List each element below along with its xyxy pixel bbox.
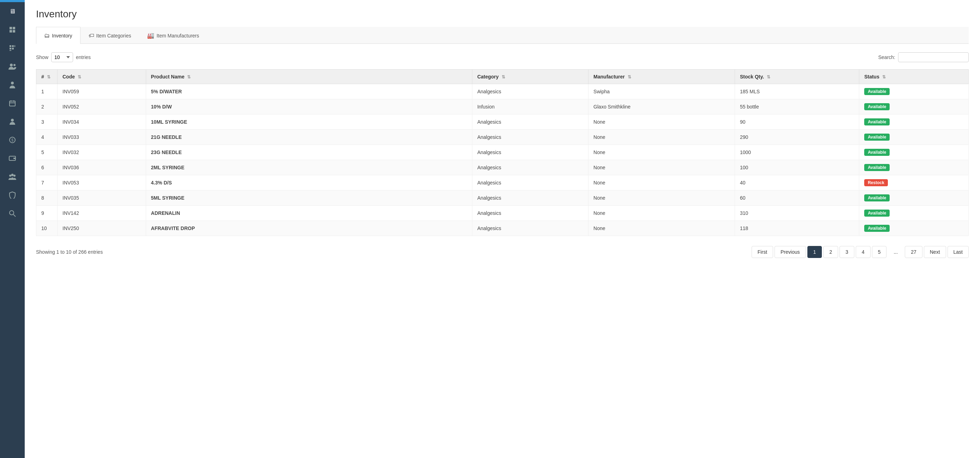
col-category[interactable]: Category ⇅	[472, 70, 588, 84]
users-icon[interactable]	[0, 57, 25, 76]
page-3[interactable]: 3	[840, 246, 854, 258]
cell-category: Analgesics	[472, 175, 588, 190]
cell-stock-qty: 310	[735, 206, 859, 221]
page-4[interactable]: 4	[856, 246, 870, 258]
calendar-icon[interactable]	[0, 94, 25, 112]
search-icon[interactable]	[0, 204, 25, 223]
cell-manufacturer: None	[589, 206, 735, 221]
cell-num: 2	[37, 99, 57, 115]
svg-point-23	[13, 175, 16, 177]
shield-icon[interactable]	[0, 186, 25, 204]
svg-point-17	[11, 119, 14, 121]
col-status[interactable]: Status ⇅	[859, 70, 969, 84]
table-row: 7 INV053 4.3% D/S Analgesics None 40 Res…	[37, 175, 969, 190]
svg-rect-13	[10, 101, 15, 106]
tab-inventory[interactable]: 🗂 Inventory	[36, 27, 81, 44]
cell-stock-qty: 40	[735, 175, 859, 190]
page-1[interactable]: 1	[807, 246, 822, 258]
table-row: 2 INV052 10% D/W Infusion Glaxo Smithkli…	[37, 99, 969, 115]
cell-manufacturer: None	[589, 160, 735, 175]
col-manufacturer[interactable]: Manufacturer ⇅	[589, 70, 735, 84]
controls-row: Show 10 25 50 100 entries Search:	[36, 52, 969, 62]
cell-status: Available	[859, 115, 969, 130]
svg-rect-6	[14, 45, 15, 47]
cell-code: INV250	[57, 221, 146, 236]
sidebar: 🖥 $	[0, 0, 25, 458]
sort-stock-icon: ⇅	[767, 75, 770, 80]
show-entries-control: Show 10 25 50 100 entries	[36, 52, 91, 62]
monitor-icon[interactable]: 🖥	[0, 2, 25, 21]
table-row: 6 INV036 2ML SYRINGE Analgesics None 100…	[37, 160, 969, 175]
cell-stock-qty: 100	[735, 160, 859, 175]
page-2[interactable]: 2	[823, 246, 838, 258]
cell-stock-qty: 90	[735, 115, 859, 130]
inventory-table: # ⇅ Code ⇅ Product Name ⇅ Category ⇅ Man…	[36, 69, 969, 236]
cell-code: INV142	[57, 206, 146, 221]
page-27[interactable]: 27	[905, 246, 923, 258]
cell-num: 9	[37, 206, 57, 221]
pagination-row: Showing 1 to 10 of 266 entries FirstPrev…	[36, 246, 969, 258]
table-header-row: # ⇅ Code ⇅ Product Name ⇅ Category ⇅ Man…	[37, 70, 969, 84]
cell-stock-qty: 118	[735, 221, 859, 236]
cell-num: 8	[37, 190, 57, 206]
group-icon[interactable]	[0, 168, 25, 186]
table-row: 10 INV250 AFRABVITE DROP Analgesics None…	[37, 221, 969, 236]
tab-manufacturers-label: Item Manufacturers	[156, 33, 199, 38]
svg-rect-21	[13, 158, 15, 159]
prev-page[interactable]: Previous	[775, 246, 806, 258]
svg-rect-8	[12, 48, 14, 49]
status-badge: Available	[864, 209, 889, 217]
col-product-name[interactable]: Product Name ⇅	[146, 70, 472, 84]
cell-product-name: 4.3% D/S	[146, 175, 472, 190]
money-icon[interactable]: $	[0, 131, 25, 149]
cell-product-name: 10% D/W	[146, 99, 472, 115]
showing-text: Showing 1 to 10 of 266 entries	[36, 249, 103, 255]
last-page[interactable]: Last	[948, 246, 969, 258]
svg-rect-4	[10, 45, 11, 47]
cell-code: INV034	[57, 115, 146, 130]
page-title: Inventory	[36, 8, 969, 20]
page-5[interactable]: 5	[872, 246, 887, 258]
status-badge: Available	[864, 88, 889, 95]
first-page[interactable]: First	[752, 246, 773, 258]
team-icon[interactable]	[0, 112, 25, 131]
sort-num-icon: ⇅	[47, 75, 51, 80]
dashboard-icon[interactable]	[0, 21, 25, 39]
main-content: Inventory 🗂 Inventory 🏷 Item Categories …	[25, 0, 980, 458]
col-stock-qty[interactable]: Stock Qty. ⇅	[735, 70, 859, 84]
svg-point-12	[11, 81, 14, 85]
cell-category: Infusion	[472, 99, 588, 115]
col-code[interactable]: Code ⇅	[57, 70, 146, 84]
table-row: 8 INV035 5ML SYRINGE Analgesics None 60 …	[37, 190, 969, 206]
cell-status: Available	[859, 145, 969, 160]
cell-category: Analgesics	[472, 130, 588, 145]
sort-status-icon: ⇅	[882, 75, 886, 80]
search-control: Search:	[878, 52, 969, 62]
svg-line-26	[13, 214, 16, 217]
table-row: 5 INV032 23G NEEDLE Analgesics None 1000…	[37, 145, 969, 160]
cell-stock-qty: 55 bottle	[735, 99, 859, 115]
cell-status: Available	[859, 130, 969, 145]
wallet-icon[interactable]	[0, 149, 25, 168]
cell-stock-qty: 185 MLS	[735, 84, 859, 99]
person-icon[interactable]	[0, 76, 25, 94]
table-row: 1 INV059 5% D/WATER Analgesics Swipha 18…	[37, 84, 969, 99]
cell-num: 5	[37, 145, 57, 160]
cell-status: Available	[859, 84, 969, 99]
cell-code: INV035	[57, 190, 146, 206]
cell-stock-qty: 290	[735, 130, 859, 145]
tab-manufacturers-icon: 🏭	[147, 32, 154, 39]
sort-code-icon: ⇅	[78, 75, 81, 80]
svg-rect-9	[10, 50, 11, 51]
status-badge: Restock	[864, 179, 888, 186]
svg-point-24	[11, 174, 14, 176]
status-badge: Available	[864, 103, 889, 110]
tab-item-manufacturers[interactable]: 🏭 Item Manufacturers	[139, 27, 207, 44]
grid-icon[interactable]	[0, 39, 25, 57]
col-num[interactable]: # ⇅	[37, 70, 57, 84]
cell-product-name: 21G NEEDLE	[146, 130, 472, 145]
tab-item-categories[interactable]: 🏷 Item Categories	[81, 27, 140, 44]
search-input[interactable]	[898, 52, 969, 62]
entries-select[interactable]: 10 25 50 100	[51, 52, 73, 62]
next-page[interactable]: Next	[924, 246, 946, 258]
